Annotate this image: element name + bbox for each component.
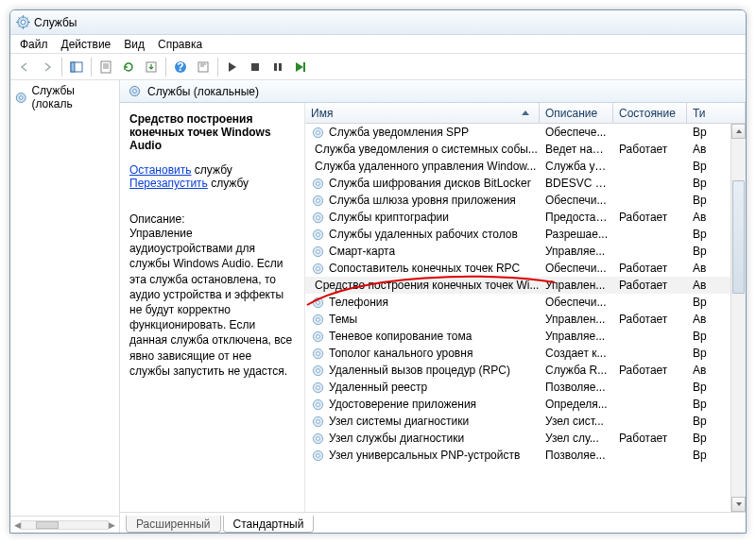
toolbar-separator	[217, 58, 218, 76]
service-status: Работает	[613, 432, 687, 445]
svg-rect-12	[303, 62, 305, 72]
service-name: Узел универсальных PNP-устройств	[329, 449, 520, 462]
svg-point-40	[317, 317, 320, 321]
service-row[interactable]: Узел универсальных PNP-устройствПозволяе…	[305, 447, 746, 464]
service-row[interactable]: Служба шифрования дисков BitLockerBDESVC…	[305, 175, 746, 192]
service-desc: Разрешае...	[540, 228, 613, 241]
service-name: Сопоставитель конечных точек RPC	[329, 262, 520, 275]
service-row[interactable]: Смарт-картаУправляе...Вр	[305, 243, 746, 260]
service-row[interactable]: Узел службы диагностикиУзел слу...Работа…	[305, 430, 746, 447]
service-name: Темы	[329, 313, 357, 326]
vertical-scrollbar[interactable]	[730, 124, 746, 512]
left-nav-scrollbar[interactable]: ◀ ▶	[10, 516, 119, 533]
service-desc: Предостав...	[540, 211, 613, 224]
show-hide-tree-button[interactable]	[66, 57, 87, 77]
service-icon	[311, 347, 325, 361]
tab-extended[interactable]: Расширенный	[126, 516, 221, 533]
scroll-down-button[interactable]	[731, 497, 746, 512]
service-desc: Обеспече...	[540, 126, 613, 139]
service-row[interactable]: ТемыУправлен...РаботаетАв	[305, 311, 746, 328]
service-row[interactable]: Службы удаленных рабочих столовРазрешае.…	[305, 226, 746, 243]
service-icon	[311, 381, 325, 395]
service-row[interactable]: Средство построения конечных точек Wi...…	[305, 277, 746, 294]
services-icon	[14, 91, 27, 105]
description-label: Описание:	[129, 212, 295, 226]
properties-button[interactable]	[95, 57, 116, 77]
stop-link[interactable]: Остановить	[129, 163, 192, 177]
service-icon	[311, 194, 325, 208]
restart-service-button[interactable]	[290, 57, 311, 77]
left-nav: Службы (локаль ◀ ▶	[10, 80, 120, 533]
service-row[interactable]: Удаленный вызов процедур (RPC)Служба R..…	[305, 362, 746, 379]
col-type[interactable]: Ти	[687, 103, 746, 123]
menu-action[interactable]: Действие	[61, 38, 112, 51]
service-row[interactable]: Службы криптографииПредостав...РаботаетА…	[305, 209, 746, 226]
svg-point-16	[133, 90, 137, 93]
svg-rect-11	[279, 63, 282, 71]
restart-link[interactable]: Перезапустить	[129, 177, 208, 190]
forward-button[interactable]	[37, 57, 58, 77]
pause-service-button[interactable]	[267, 57, 288, 77]
svg-point-46	[317, 368, 320, 372]
service-icon	[311, 432, 325, 446]
help-button-2[interactable]	[193, 57, 214, 77]
menu-file[interactable]: Файл	[20, 38, 48, 51]
svg-point-1	[21, 20, 26, 25]
menubar: Файл Действие Вид Справка	[10, 35, 746, 54]
left-nav-item[interactable]: Службы (локаль	[10, 80, 119, 114]
service-row[interactable]: Служба удаленного управления Window...Сл…	[305, 158, 746, 175]
service-row[interactable]: Сопоставитель конечных точек RPCОбеспечи…	[305, 260, 746, 277]
service-row[interactable]: Удаленный реестрПозволяе...Вр	[305, 379, 746, 396]
service-desc: Узел сист...	[540, 415, 613, 428]
service-row[interactable]: Служба уведомления о системных собы...Ве…	[305, 141, 746, 158]
service-row[interactable]: Служба уведомления SPPОбеспече...Вр	[305, 124, 746, 141]
svg-point-34	[317, 266, 320, 270]
svg-point-50	[317, 402, 320, 406]
right-pane: Службы (локальные) Средство построения к…	[120, 80, 746, 533]
tab-strip: Расширенный Стандартный	[120, 512, 746, 533]
service-status: Работает	[613, 364, 687, 377]
refresh-button[interactable]	[118, 57, 139, 77]
pane-header-label: Службы (локальные)	[147, 85, 259, 98]
toolbar: ?	[10, 54, 746, 80]
col-description[interactable]: Описание	[540, 103, 613, 123]
svg-rect-9	[251, 63, 259, 71]
svg-point-56	[317, 453, 320, 457]
menu-view[interactable]: Вид	[124, 38, 145, 51]
restart-service-line: Перезапустить службу	[129, 177, 295, 190]
col-name[interactable]: Имя	[305, 103, 540, 123]
start-service-button[interactable]	[222, 57, 243, 77]
service-desc: Обеспечи...	[540, 262, 613, 275]
service-list: Имя Описание Состояние Ти Служба уведомл…	[305, 103, 746, 512]
scrollbar-thumb[interactable]	[732, 180, 745, 294]
service-row[interactable]: Служба шлюза уровня приложенияОбеспечи..…	[305, 192, 746, 209]
export-button[interactable]	[141, 57, 162, 77]
content: Средство построения конечных точек Windo…	[120, 103, 746, 512]
service-desc: BDESVC пр...	[540, 177, 613, 190]
tab-standard[interactable]: Стандартный	[223, 516, 315, 533]
titlebar[interactable]: Службы	[10, 10, 746, 35]
service-desc: Определя...	[540, 398, 613, 411]
service-row[interactable]: Теневое копирование томаУправляе...Вр	[305, 328, 746, 345]
service-icon	[311, 415, 325, 429]
service-row[interactable]: Узел системы диагностикиУзел сист...Вр	[305, 413, 746, 430]
service-row[interactable]: ТелефонияОбеспечи...Вр	[305, 294, 746, 311]
service-status: Работает	[613, 211, 687, 224]
service-row[interactable]: Тополог канального уровняСоздает к...Вр	[305, 345, 746, 362]
scroll-up-button[interactable]	[731, 124, 746, 139]
svg-point-32	[317, 249, 320, 253]
help-button[interactable]: ?	[170, 57, 191, 77]
service-desc: Служба уд...	[540, 160, 613, 173]
service-name: Служба уведомления о системных собы...	[315, 143, 538, 156]
menu-help[interactable]: Справка	[158, 38, 202, 51]
service-row[interactable]: Удостоверение приложенияОпределя...Вр	[305, 396, 746, 413]
service-name: Служба шлюза уровня приложения	[329, 194, 516, 207]
stop-service-button[interactable]	[245, 57, 266, 77]
service-desc: Узел слу...	[540, 432, 613, 445]
svg-point-30	[317, 232, 320, 236]
selected-service-name: Средство построения конечных точек Windo…	[129, 112, 295, 152]
back-button[interactable]	[14, 57, 35, 77]
service-icon	[311, 398, 325, 412]
col-status[interactable]: Состояние	[613, 103, 687, 123]
service-status: Работает	[613, 279, 687, 292]
